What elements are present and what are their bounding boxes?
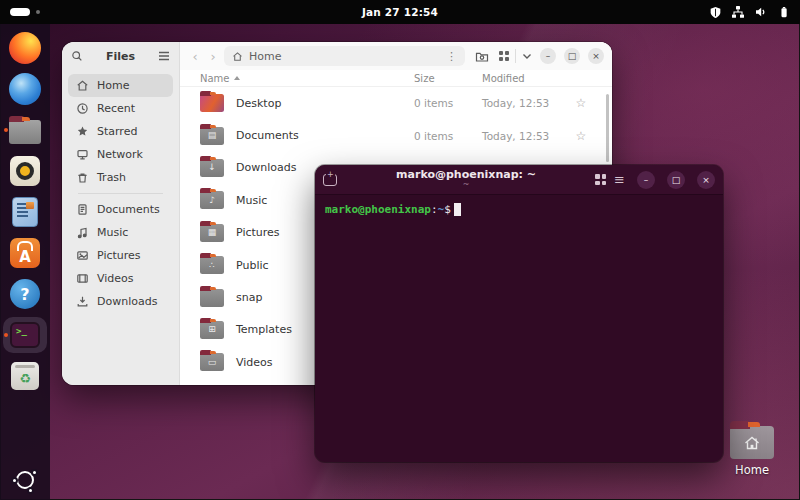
sidebar-item-music[interactable]: Music <box>68 221 173 244</box>
sidebar-item-videos[interactable]: Videos <box>68 267 173 290</box>
desktop-folder-icon <box>200 94 224 112</box>
workspace-dot-icon <box>36 10 40 14</box>
clock[interactable]: Jan 27 12:54 <box>362 6 438 18</box>
volume-icon <box>754 5 768 19</box>
workspace-pill-icon <box>10 8 30 16</box>
file-row-desktop[interactable]: Desktop 0 items Today, 12:53 ☆ <box>180 87 612 119</box>
files-sidebar-header[interactable]: Files <box>62 42 179 70</box>
dock-item-thunderbird[interactable] <box>3 71 47 107</box>
folder-icon <box>200 289 224 307</box>
folder-icon: ⊞ <box>200 321 224 339</box>
column-headers: Name Size Modified <box>180 70 612 87</box>
dock-item-help[interactable]: ? <box>3 276 47 312</box>
help-icon: ? <box>10 279 40 309</box>
libreoffice-icon <box>12 197 38 227</box>
prompt-user-host: marko@phoenixnap <box>325 203 431 216</box>
home-icon <box>232 51 243 62</box>
toolbar-divider <box>515 49 516 63</box>
folder-icon: ▭ <box>200 353 224 371</box>
path-menu-button[interactable]: ⋮ <box>446 50 457 63</box>
search-folder-button[interactable] <box>475 50 489 63</box>
terminal-content[interactable]: marko@phoenixnap:~$ <box>315 195 723 462</box>
running-indicator <box>4 128 8 132</box>
minimize-button[interactable]: – <box>540 48 556 64</box>
desktop: Jan 27 12:54 A ? > <box>0 0 800 500</box>
files-app-title: Files <box>106 50 135 63</box>
network-wired-icon <box>731 5 745 19</box>
dock-item-trash[interactable]: ♻ <box>3 358 47 394</box>
grid-view-button[interactable] <box>499 51 509 61</box>
show-apps-button[interactable] <box>13 468 37 492</box>
close-button[interactable]: × <box>697 171 715 189</box>
search-icon[interactable] <box>71 50 83 62</box>
dock-item-terminal[interactable]: >_ <box>3 317 47 353</box>
dock-item-files[interactable] <box>3 112 47 148</box>
trash-icon: ♻ <box>11 362 39 390</box>
folder-icon: ▦ <box>200 224 224 242</box>
terminal-menu-button[interactable]: ≡ <box>614 172 625 187</box>
dock-item-rhythmbox[interactable] <box>3 153 47 189</box>
home-folder-icon <box>730 426 774 459</box>
rhythmbox-icon <box>10 156 40 186</box>
terminal-titlebox: marko@phoenixnap: ~ ~ <box>345 169 587 190</box>
path-location: Home <box>249 50 281 63</box>
sidebar-item-home[interactable]: Home <box>68 74 173 97</box>
terminal-cursor <box>454 203 461 216</box>
system-tray[interactable] <box>630 5 790 19</box>
terminal-icon: >_ <box>10 322 40 348</box>
star-button[interactable]: ☆ <box>564 129 598 143</box>
folder-icon: ▤ <box>200 127 224 145</box>
sort-ascending-icon <box>234 76 240 80</box>
view-options-chevron[interactable] <box>522 52 532 60</box>
thunderbird-icon <box>9 73 41 105</box>
files-icon <box>9 120 41 144</box>
column-size[interactable]: Size <box>414 73 468 84</box>
sidebar-item-pictures[interactable]: Pictures <box>68 244 173 267</box>
folder-icon: ∴ <box>200 256 224 274</box>
shield-icon <box>709 6 722 19</box>
desktop-home-icon[interactable]: Home <box>722 426 782 477</box>
desktop-home-label: Home <box>735 463 769 477</box>
running-indicator <box>4 333 8 337</box>
tab-overview-button[interactable] <box>595 174 606 185</box>
sidebar-item-trash[interactable]: Trash <box>68 166 173 189</box>
ubuntu-software-icon: A <box>10 238 40 268</box>
hamburger-menu-icon[interactable] <box>158 51 170 61</box>
dock-item-firefox[interactable] <box>3 30 47 66</box>
back-button[interactable]: ‹ <box>188 49 202 64</box>
terminal-subtitle: ~ <box>345 181 587 190</box>
column-modified[interactable]: Modified <box>468 73 564 84</box>
terminal-window: marko@phoenixnap: ~ ~ ≡ – □ × marko@phoe… <box>315 165 723 462</box>
sidebar-items: Home Recent Starred Network Trash <box>62 70 179 317</box>
sidebar-divider <box>78 193 163 194</box>
column-name[interactable]: Name <box>200 73 414 84</box>
file-row-documents[interactable]: ▤Documents 0 items Today, 12:53 ☆ <box>180 119 612 151</box>
close-button[interactable]: × <box>588 48 604 64</box>
activities-indicator[interactable] <box>10 8 170 16</box>
dock: A ? >_ ♻ <box>0 24 50 500</box>
scrollbar[interactable] <box>606 94 609 162</box>
dock-item-libreoffice[interactable] <box>3 194 47 230</box>
folder-icon: ↓ <box>200 159 224 177</box>
top-bar: Jan 27 12:54 <box>0 0 800 24</box>
forward-button[interactable]: › <box>206 49 220 64</box>
sidebar-item-starred[interactable]: Starred <box>68 120 173 143</box>
firefox-icon <box>9 32 41 64</box>
terminal-headerbar[interactable]: marko@phoenixnap: ~ ~ ≡ – □ × <box>315 165 723 195</box>
sidebar-item-recent[interactable]: Recent <box>68 97 173 120</box>
star-button[interactable]: ☆ <box>564 96 598 110</box>
sidebar-item-downloads[interactable]: Downloads <box>68 290 173 313</box>
files-headerbar[interactable]: ‹ › Home ⋮ – □ <box>180 42 612 70</box>
path-bar[interactable]: Home ⋮ <box>224 46 465 66</box>
maximize-button[interactable]: □ <box>667 171 685 189</box>
maximize-button[interactable]: □ <box>564 48 580 64</box>
sidebar-item-network[interactable]: Network <box>68 143 173 166</box>
files-sidebar: Files Home Recent Starred <box>62 42 180 385</box>
battery-icon <box>777 5 790 19</box>
minimize-button[interactable]: – <box>637 171 655 189</box>
new-tab-icon[interactable] <box>323 174 337 186</box>
sidebar-item-documents[interactable]: Documents <box>68 198 173 221</box>
folder-icon: ♪ <box>200 191 224 209</box>
dock-item-software[interactable]: A <box>3 235 47 271</box>
